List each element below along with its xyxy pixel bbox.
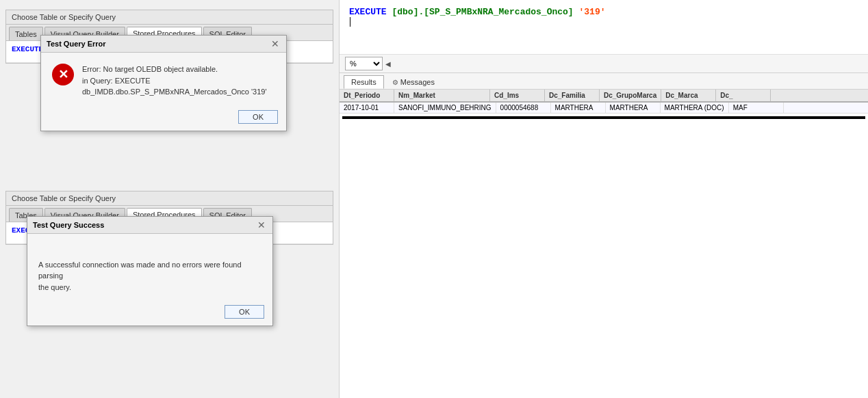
success-dialog-body: A successful connection was made and no …: [27, 234, 272, 301]
success-dialog-titlebar: Test Query Success ✕: [27, 217, 272, 234]
error-msg-2: in Query: EXECUTE: [82, 77, 151, 85]
cell-cd-ims: 0000054688: [496, 103, 551, 113]
col-dc-familia: Dc_Familia: [545, 90, 600, 101]
cell-dc-extra: MAF: [729, 103, 784, 113]
col-dc-grupo-marca: Dc_GrupoMarca: [600, 90, 661, 101]
error-dialog-message: Error: No target OLEDB object available.…: [82, 64, 267, 98]
left-panel: Choose Table or Specify Query Tables Vis…: [0, 0, 339, 398]
right-panel: EXECUTE [dbo].[SP_S_PMBxNRA_Mercados_Onc…: [339, 0, 868, 398]
cell-dc-grupo: MARTHERA: [606, 103, 661, 113]
results-toolbar: % 50% 75% 100% ◀: [340, 55, 868, 73]
sql-editor-area[interactable]: EXECUTE [dbo].[SP_S_PMBxNRA_Mercados_Onc…: [340, 0, 868, 55]
top-query-section: Choose Table or Specify Query Tables Vis…: [5, 10, 333, 64]
bottom-section-title: Choose Table or Specify Query: [6, 191, 333, 206]
right-content: EXECUTE [dbo].[SP_S_PMBxNRA_Mercados_Onc…: [340, 0, 868, 398]
zoom-arrow[interactable]: ◀: [385, 60, 391, 68]
cell-dc-marca: MARTHERA (DOC): [661, 103, 729, 113]
tab-messages[interactable]: ⚙ Messages: [385, 75, 442, 89]
error-dialog: Test Query Error ✕ ✕ Error: No target OL…: [40, 35, 287, 131]
success-dialog-footer: OK: [27, 301, 272, 326]
success-ok-button[interactable]: OK: [225, 305, 264, 319]
tab-tables-top[interactable]: Tables: [9, 27, 43, 40]
data-grid: Dt_Periodo Nm_Market Cd_Ims Dc_Familia D…: [340, 90, 868, 398]
table-row: 2017-10-01 SANOFI_IMMUNO_BEHRING 0000054…: [340, 103, 868, 114]
success-dialog-message: A successful connection was made and no …: [38, 245, 261, 293]
error-dialog-titlebar: Test Query Error ✕: [41, 36, 286, 53]
success-dialog: Test Query Success ✕ A successful connec…: [27, 216, 273, 326]
col-dc-marca: Dc_Marca: [661, 90, 716, 101]
execute-keyword-top: EXECUTE: [12, 45, 43, 53]
col-dc-extra: Dc_: [716, 90, 771, 101]
top-section-title: Choose Table or Specify Query: [6, 10, 333, 25]
messages-tab-label: Messages: [400, 78, 435, 86]
error-msg-3: db_IMDB.dbo.SP_S_PMBxNRA_Mercados_Onco '…: [82, 88, 267, 96]
success-dialog-title: Test Query Success: [33, 221, 104, 229]
bottom-query-section: Choose Table or Specify Query Tables Vis…: [5, 191, 333, 245]
cursor-blink: [350, 17, 350, 27]
error-dialog-close[interactable]: ✕: [270, 39, 281, 49]
error-msg-1: Error: No target OLEDB object available.: [82, 65, 218, 73]
success-msg: A successful connection was made and no …: [38, 261, 242, 291]
cell-nm-market: SANOFI_IMMUNO_BEHRING: [394, 103, 496, 113]
col-nm-market: Nm_Market: [394, 90, 490, 101]
messages-tab-icon: ⚙: [392, 79, 398, 86]
grid-header: Dt_Periodo Nm_Market Cd_Ims Dc_Familia D…: [340, 90, 868, 103]
error-dialog-title: Test Query Error: [47, 40, 106, 48]
cell-dt-periodo: 2017-10-01: [340, 103, 394, 113]
right-execute-kw: EXECUTE: [349, 7, 387, 17]
error-ok-button[interactable]: OK: [238, 110, 278, 124]
zoom-select[interactable]: % 50% 75% 100%: [345, 57, 383, 70]
error-dialog-footer: OK: [41, 106, 286, 131]
cell-dc-familia: MARTHERA: [551, 103, 606, 113]
right-schema: [dbo].[SP_S_PMBxNRA_Mercados_Onco]: [392, 7, 573, 17]
error-dialog-body: ✕ Error: No target OLEDB object availabl…: [41, 53, 286, 106]
error-icon: ✕: [52, 64, 74, 85]
results-tabs-bar: Results ⚙ Messages: [340, 73, 868, 90]
results-tab-label: Results: [351, 78, 376, 86]
col-cd-ims: Cd_Ims: [490, 90, 545, 101]
tab-results[interactable]: Results: [344, 75, 384, 89]
col-dt-periodo: Dt_Periodo: [340, 90, 394, 101]
sql-editor-line: EXECUTE [dbo].[SP_S_PMBxNRA_Mercados_Onc…: [349, 7, 858, 17]
cursor-line: [349, 17, 858, 27]
empty-results-area: [342, 116, 865, 119]
success-dialog-close[interactable]: ✕: [256, 220, 267, 230]
right-param: '319': [578, 7, 605, 17]
